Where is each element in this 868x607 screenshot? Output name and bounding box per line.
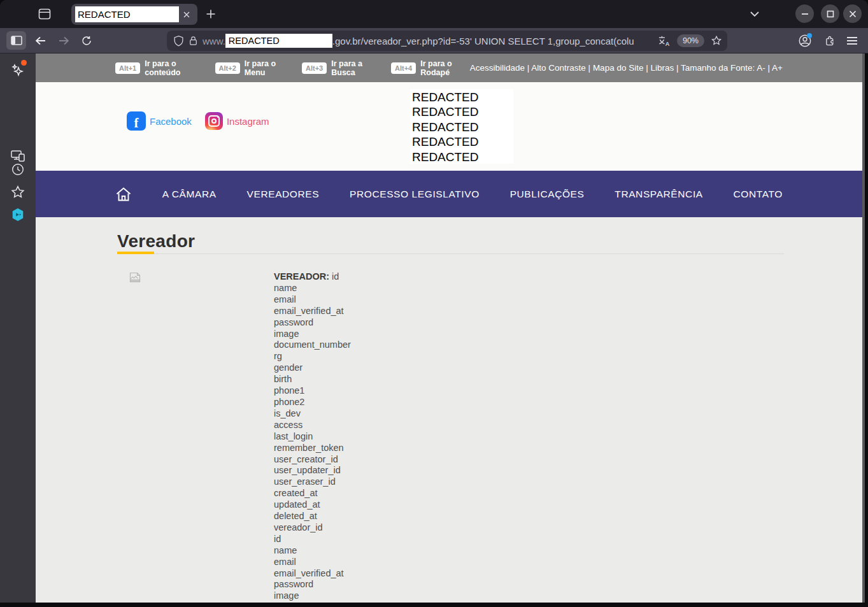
- close-button[interactable]: [843, 4, 862, 23]
- browser-window: REDACTED: [0, 0, 868, 607]
- facebook-label: Facebook: [150, 116, 192, 127]
- shortcut-key-badge: Alt+1: [115, 62, 140, 74]
- url-path: .gov.br/vereador_ver.php?id=-53' UNION S…: [332, 36, 634, 46]
- nav-item[interactable]: CONTATO: [734, 189, 783, 200]
- forward-button[interactable]: [55, 32, 73, 50]
- broken-image-icon: [129, 272, 141, 283]
- accessibility-link[interactable]: Alto Contraste: [525, 63, 586, 73]
- bookmarks-button[interactable]: [0, 183, 36, 202]
- column-name: deleted_at: [274, 511, 351, 522]
- extension-shortcut-button[interactable]: [0, 205, 36, 224]
- instagram-label: Instagram: [227, 116, 269, 127]
- shortcut-label: Ir para a Busca: [331, 59, 376, 77]
- sidebar-toggle-button[interactable]: [6, 31, 26, 50]
- minimize-button[interactable]: [795, 4, 814, 23]
- extensions-button[interactable]: [820, 32, 838, 50]
- sqli-output: VEREADOR: id nameemailemail_verified_atp…: [274, 271, 351, 603]
- zoom-level-badge[interactable]: 90%: [677, 34, 704, 47]
- facebook-link[interactable]: f Facebook: [127, 111, 192, 131]
- accessibility-links: AcessibilidadeAlto ContrasteMapa do Site…: [470, 63, 783, 73]
- nav-item[interactable]: TRANSPARÊNCIA: [615, 189, 702, 200]
- shortcut-label: Ir para o conteúdo: [145, 59, 199, 77]
- chevron-down-icon: [750, 11, 760, 17]
- record-label: VEREADOR:: [274, 271, 329, 282]
- nav-home-button[interactable]: [115, 187, 132, 202]
- account-button[interactable]: [796, 32, 814, 50]
- site-header: f Facebook Instagram REDACTEDREDACTEDRED…: [36, 82, 862, 171]
- column-name: updated_at: [274, 499, 351, 511]
- skip-link[interactable]: Alt+4 Ir para o Rodapé: [391, 59, 470, 77]
- url-prefix: www.: [203, 36, 225, 46]
- shortcut-label: Ir para o Menu: [245, 59, 287, 77]
- reload-icon: [81, 35, 92, 46]
- back-button[interactable]: [32, 32, 50, 50]
- browser-titlebar: REDACTED: [0, 0, 868, 28]
- redacted-line: REDACTED: [412, 134, 513, 149]
- window-bottom-edge: [0, 603, 868, 607]
- column-name: email: [274, 294, 351, 306]
- url-bar[interactable]: www. REDACTED .gov.br/vereador_ver.php?i…: [167, 31, 727, 51]
- accessibility-link[interactable]: Mapa do Site: [586, 63, 644, 73]
- plus-icon: [206, 9, 216, 19]
- nav-item[interactable]: VEREADORES: [247, 189, 320, 200]
- back-arrow-icon: [35, 36, 46, 45]
- column-name: email: [274, 557, 351, 568]
- accessibility-link[interactable]: Tamanho da Fonte: A-: [674, 63, 765, 73]
- reload-button[interactable]: [78, 32, 96, 50]
- extensions-icon: [823, 34, 836, 47]
- new-tab-button[interactable]: [203, 6, 219, 22]
- window-right-edge: [862, 54, 868, 603]
- column-name: user_updater_id: [274, 465, 351, 476]
- ai-chatbot-button[interactable]: [0, 61, 36, 80]
- account-notification-dot: [807, 33, 812, 38]
- page-title: Vereador: [117, 231, 195, 252]
- nav-item[interactable]: A CÂMARA: [162, 189, 217, 200]
- column-name: name: [274, 283, 351, 294]
- nav-item[interactable]: PROCESSO LEGISLATIVO: [350, 189, 480, 200]
- close-icon: [849, 10, 857, 18]
- shortcut-label: Ir para o Rodapé: [420, 59, 469, 77]
- column-name: name: [274, 545, 351, 557]
- bookmark-star-icon[interactable]: [711, 35, 722, 46]
- page-content: Vereador VEREADOR: id nameemailemail_: [36, 217, 862, 603]
- column-name: created_at: [274, 488, 351, 499]
- column-name: phone1: [274, 385, 351, 397]
- forward-arrow-icon: [58, 36, 69, 45]
- shield-icon[interactable]: [173, 35, 184, 47]
- redacted-line: REDACTED: [412, 120, 513, 134]
- column-name: document_number: [274, 339, 351, 351]
- firefox-view-button[interactable]: [36, 6, 53, 22]
- sidebar-icon: [11, 36, 22, 45]
- page-viewport: Alt+1 Ir para o conteúdo Alt+2 Ir para o…: [36, 54, 862, 603]
- skip-links: Alt+1 Ir para o conteúdo Alt+2 Ir para o…: [115, 59, 470, 77]
- translate-icon[interactable]: A: [658, 35, 671, 46]
- nav-item[interactable]: PUBLICAÇÕES: [510, 189, 585, 200]
- app-menu-button[interactable]: [843, 32, 861, 50]
- shortcut-key-badge: Alt+3: [302, 62, 327, 74]
- skip-link[interactable]: Alt+2 Ir para o Menu: [215, 59, 287, 77]
- column-name: id: [274, 534, 351, 545]
- column-name: image: [274, 329, 351, 340]
- tab-close-icon[interactable]: [179, 7, 194, 22]
- history-button[interactable]: [0, 160, 36, 179]
- instagram-link[interactable]: Instagram: [205, 112, 269, 130]
- title-divider: [117, 254, 784, 254]
- instagram-icon: [205, 112, 223, 130]
- accessibility-link[interactable]: Acessibilidade: [470, 63, 525, 73]
- column-name: remember_token: [274, 443, 351, 454]
- browser-tab[interactable]: REDACTED: [71, 4, 197, 25]
- lock-icon[interactable]: [189, 35, 198, 46]
- column-name: image: [274, 590, 351, 602]
- column-name: vereador_id: [274, 522, 351, 534]
- skip-link[interactable]: Alt+3 Ir para a Busca: [302, 59, 376, 77]
- maximize-button[interactable]: [821, 4, 839, 23]
- accessibility-link[interactable]: Libras: [643, 63, 674, 73]
- title-accent-bar: [117, 252, 154, 254]
- skip-link[interactable]: Alt+1 Ir para o conteúdo: [115, 59, 200, 77]
- list-all-tabs-button[interactable]: [746, 6, 763, 22]
- redacted-line: REDACTED: [412, 104, 513, 119]
- column-name: user_eraser_id: [274, 476, 351, 488]
- record-value: id: [332, 271, 339, 282]
- accessibility-link[interactable]: A+: [765, 63, 783, 73]
- site-logo-redacted: REDACTEDREDACTEDREDACTEDREDACTEDREDACTED: [410, 89, 513, 164]
